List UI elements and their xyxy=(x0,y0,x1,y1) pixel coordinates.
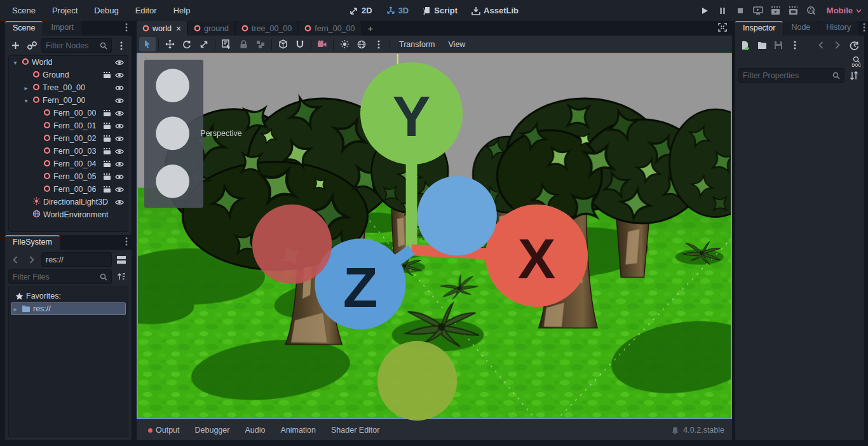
eye-icon[interactable] xyxy=(115,148,124,155)
move-tool-button[interactable] xyxy=(161,37,178,51)
bottom-tab-debugger[interactable]: Debugger xyxy=(187,420,238,440)
scene-tab-world[interactable]: world × xyxy=(137,21,187,36)
edit-history-icon[interactable] xyxy=(847,38,861,52)
menu-help[interactable]: Help xyxy=(165,0,199,21)
scene-tree-row[interactable]: Fern_00_02 xyxy=(9,132,128,145)
pause-icon[interactable] xyxy=(715,3,730,18)
snap-button[interactable] xyxy=(292,37,308,51)
play-custom-scene-icon[interactable] xyxy=(786,3,801,18)
scene-tab-fern-00-00[interactable]: fern_00_00 xyxy=(299,21,360,36)
axis-navigation-gizmo[interactable]: Y X Z xyxy=(126,57,719,421)
workspace-2d[interactable]: 2D xyxy=(344,0,377,21)
save-resource-button[interactable] xyxy=(771,38,785,52)
eye-icon[interactable] xyxy=(115,84,124,91)
bottom-tab-animation[interactable]: Animation xyxy=(273,420,323,440)
bottom-tab-shader-editor[interactable]: Shader Editor xyxy=(323,420,387,440)
scene-tree-row[interactable]: Fern_00_06 xyxy=(9,183,128,196)
filesystem-item-res[interactable]: ▸ res:// xyxy=(11,302,126,315)
film-icon[interactable] xyxy=(103,135,111,142)
list-select-button[interactable] xyxy=(218,37,234,51)
group-button[interactable] xyxy=(252,37,269,51)
lock-button[interactable] xyxy=(235,37,252,51)
history-forward-icon[interactable] xyxy=(25,253,39,267)
scene-tree-options-icon[interactable] xyxy=(114,39,128,53)
menu-project[interactable]: Project xyxy=(44,0,86,21)
current-path-input[interactable] xyxy=(46,255,107,264)
load-resource-button[interactable] xyxy=(755,38,769,52)
filter-nodes-field[interactable] xyxy=(41,38,112,53)
scene-tree-row[interactable]: Fern_00_00 xyxy=(9,107,128,119)
workspace-script[interactable]: Script xyxy=(417,0,463,21)
scene-tab-tree-00-00[interactable]: tree_00_00 xyxy=(236,21,297,36)
new-resource-button[interactable] xyxy=(738,38,752,52)
view-menu[interactable]: View xyxy=(442,40,472,49)
dock-menu-icon[interactable] xyxy=(121,23,132,34)
preview-sunlight-button[interactable] xyxy=(336,37,353,51)
menu-scene[interactable]: Scene xyxy=(4,0,44,21)
film-icon[interactable] xyxy=(103,110,111,117)
movie-maker-icon[interactable] xyxy=(804,3,819,18)
scene-tree-row[interactable]: Fern_00_03 xyxy=(9,145,128,158)
close-tab-icon[interactable]: × xyxy=(176,24,181,34)
film-icon[interactable] xyxy=(103,72,111,79)
eye-icon[interactable] xyxy=(115,135,124,142)
eye-icon[interactable] xyxy=(115,161,124,168)
scale-tool-button[interactable] xyxy=(196,37,212,51)
platform-selector[interactable]: Mobile xyxy=(827,6,862,15)
instance-scene-button[interactable] xyxy=(25,39,39,53)
new-scene-tab-button[interactable]: + xyxy=(362,21,379,36)
eye-icon[interactable] xyxy=(115,199,124,206)
tab-scene[interactable]: Scene xyxy=(5,21,43,36)
scene-tree-row[interactable]: ▾Fern_00_00 xyxy=(9,94,128,107)
tab-filesystem[interactable]: FileSystem xyxy=(5,235,60,250)
expand-closed-icon[interactable]: ▸ xyxy=(22,84,30,91)
expand-open-icon[interactable]: ▾ xyxy=(22,97,30,104)
film-icon[interactable] xyxy=(103,161,111,168)
preview-environment-button[interactable] xyxy=(353,37,370,51)
scene-tree-row[interactable]: WorldEnvironment xyxy=(9,208,128,221)
scene-tree-row[interactable]: Fern_00_05 xyxy=(9,170,128,183)
edit-back-icon[interactable] xyxy=(814,38,828,52)
current-path-field[interactable] xyxy=(41,252,112,267)
property-tools-icon[interactable] xyxy=(847,69,861,83)
filter-properties-field[interactable] xyxy=(738,68,844,83)
viewport-3d[interactable]: Perspective Y X Z xyxy=(137,53,732,419)
local-space-button[interactable] xyxy=(275,37,291,51)
scene-tree-row[interactable]: ▾World xyxy=(9,56,128,69)
eye-icon[interactable] xyxy=(115,97,124,104)
film-icon[interactable] xyxy=(103,173,111,180)
edit-forward-icon[interactable] xyxy=(831,38,844,52)
transform-menu[interactable]: Transform xyxy=(393,40,442,49)
play-remote-icon[interactable] xyxy=(750,3,766,18)
tab-import[interactable]: Import xyxy=(43,21,81,36)
eye-icon[interactable] xyxy=(115,173,124,180)
menu-debug[interactable]: Debug xyxy=(86,0,126,21)
scene-tree-row[interactable]: Ground xyxy=(9,69,128,81)
film-icon[interactable] xyxy=(103,186,111,193)
select-tool-button[interactable] xyxy=(139,37,156,51)
play-scene-icon[interactable] xyxy=(768,3,783,18)
eye-icon[interactable] xyxy=(115,72,124,79)
scene-tab-ground[interactable]: ground xyxy=(188,21,234,36)
inspector-dock-menu-icon[interactable] xyxy=(859,23,868,34)
bottom-tab-output[interactable]: Output xyxy=(140,420,187,440)
scene-tree-row[interactable]: ▸Tree_00_00 xyxy=(9,81,128,94)
film-icon[interactable] xyxy=(103,123,111,130)
filter-files-field[interactable] xyxy=(8,269,112,284)
tab-history[interactable]: History xyxy=(818,21,858,36)
filter-properties-input[interactable] xyxy=(743,71,830,80)
workspace-assetlib[interactable]: AssetLib xyxy=(466,0,524,21)
filter-nodes-input[interactable] xyxy=(46,41,97,50)
stop-icon[interactable] xyxy=(733,3,748,18)
bottom-tab-audio[interactable]: Audio xyxy=(237,420,273,440)
expand-open-icon[interactable]: ▾ xyxy=(11,59,19,66)
eye-icon[interactable] xyxy=(115,123,124,130)
menu-editor[interactable]: Editor xyxy=(127,0,165,21)
add-node-button[interactable] xyxy=(8,39,22,53)
tab-node[interactable]: Node xyxy=(783,21,818,36)
version-info[interactable]: 4.0.2.stable xyxy=(671,426,728,435)
scene-tree-row[interactable]: DirectionalLight3D xyxy=(9,196,128,208)
expand-closed-icon[interactable]: ▸ xyxy=(11,306,19,313)
search-docs-icon[interactable]: DOC xyxy=(852,56,861,67)
workspace-3d[interactable]: 3D xyxy=(381,0,414,21)
